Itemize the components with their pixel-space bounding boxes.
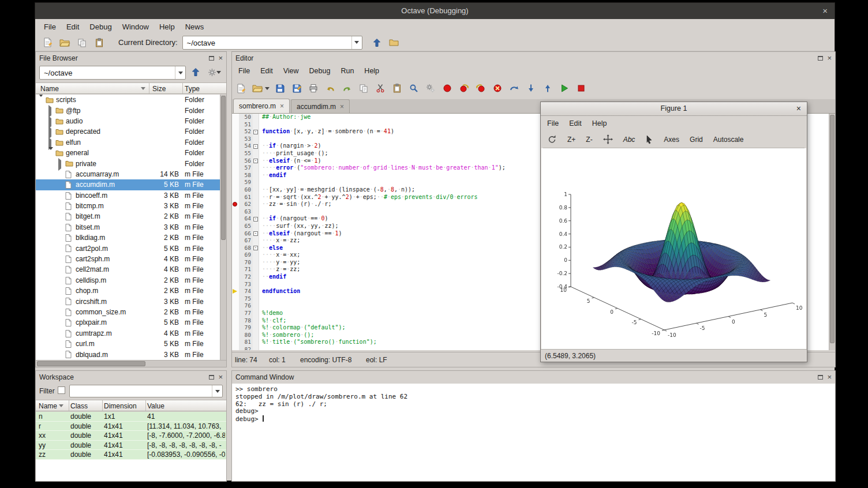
expander-closed-icon[interactable] bbox=[48, 140, 54, 145]
file-row[interactable]: blkdiag.m2 KBm File bbox=[36, 232, 221, 243]
menu-item-editor-edit[interactable]: Edit bbox=[255, 65, 278, 77]
gutter-marker-area[interactable] bbox=[232, 142, 239, 150]
close-icon[interactable]: × bbox=[827, 55, 832, 61]
file-row[interactable]: bincoeff.m3 KBm File bbox=[36, 190, 221, 201]
gutter-marker-area[interactable] bbox=[232, 172, 239, 179]
editor-vertical-scrollbar[interactable] bbox=[829, 114, 835, 350]
file-row[interactable]: accumarray.m14 KBm File bbox=[36, 169, 221, 179]
menu-item-editor-file[interactable]: File bbox=[233, 65, 255, 77]
step-out-icon[interactable] bbox=[541, 82, 554, 95]
fold-margin[interactable] bbox=[253, 172, 259, 179]
file-row[interactable]: privateFolder bbox=[36, 158, 221, 168]
column-header-size[interactable]: Size bbox=[152, 85, 166, 93]
file-browser-path-combo[interactable]: ~/octave bbox=[39, 66, 186, 80]
file-row[interactable]: cumtrapz.m4 KBm File bbox=[36, 328, 221, 339]
gutter-marker-area[interactable] bbox=[232, 302, 239, 310]
gutter-marker-area[interactable] bbox=[232, 295, 239, 303]
gutter-marker-area[interactable] bbox=[232, 150, 239, 157]
undock-icon[interactable] bbox=[209, 375, 214, 380]
gutter-marker-area[interactable] bbox=[232, 164, 239, 172]
gutter-marker-area[interactable] bbox=[232, 281, 239, 288]
figure-titlebar[interactable]: Figure 1 × bbox=[541, 102, 807, 116]
menu-item-editor-debug[interactable]: Debug bbox=[304, 65, 336, 77]
file-row[interactable]: celldisp.m2 KBm File bbox=[36, 275, 221, 286]
file-row[interactable]: generalFolder bbox=[36, 148, 221, 158]
menu-item-figure-edit[interactable]: Edit bbox=[564, 118, 587, 129]
fold-collapse-icon[interactable]: - bbox=[253, 159, 258, 163]
fold-margin[interactable] bbox=[253, 288, 259, 295]
fold-margin[interactable] bbox=[253, 310, 259, 317]
workspace-row[interactable]: rdouble41x41[11.314, 11.034, 10.763, bbox=[36, 422, 226, 431]
gutter-marker-area[interactable] bbox=[232, 136, 239, 143]
undock-icon[interactable] bbox=[818, 56, 823, 61]
gutter-marker-area[interactable] bbox=[232, 266, 239, 273]
current-directory-dropdown-button[interactable] bbox=[351, 36, 362, 49]
fold-margin[interactable] bbox=[253, 346, 259, 350]
fold-collapse-icon[interactable]: - bbox=[253, 246, 258, 250]
redo-icon[interactable] bbox=[341, 82, 353, 95]
fold-margin[interactable] bbox=[253, 317, 259, 325]
workspace-row[interactable]: zzdouble41x41[-0.083953, -0.090556, -0 bbox=[36, 450, 226, 460]
close-icon[interactable]: × bbox=[827, 374, 832, 380]
zoom-out-button[interactable]: Z- bbox=[582, 134, 596, 145]
workspace-row[interactable]: xxdouble41x41[-8, -7.6000, -7.2000, -6.8 bbox=[36, 431, 226, 441]
file-row[interactable]: curl.m5 KBm File bbox=[36, 339, 221, 349]
fold-margin[interactable] bbox=[253, 273, 259, 281]
fold-margin[interactable] bbox=[253, 114, 259, 121]
sombrero-surface-plot[interactable] bbox=[541, 148, 806, 348]
undo-icon[interactable] bbox=[324, 82, 336, 95]
fold-margin[interactable] bbox=[253, 302, 259, 310]
folder-browse-icon[interactable] bbox=[388, 36, 401, 49]
menu-item-editor-help[interactable]: Help bbox=[359, 65, 384, 77]
fold-margin[interactable] bbox=[253, 237, 259, 245]
new-script-icon[interactable] bbox=[41, 36, 54, 49]
fold-margin[interactable] bbox=[253, 201, 259, 208]
filter-checkbox[interactable] bbox=[58, 386, 65, 394]
gutter-marker-area[interactable] bbox=[232, 114, 239, 121]
gutter-marker-area[interactable] bbox=[232, 121, 239, 129]
gutter-marker-area[interactable] bbox=[232, 259, 239, 266]
fold-margin[interactable]: - bbox=[253, 157, 259, 165]
open-icon[interactable] bbox=[58, 36, 71, 49]
settings-icon[interactable] bbox=[424, 82, 437, 95]
menu-item-editor-view[interactable]: View bbox=[278, 65, 304, 77]
filter-combo[interactable] bbox=[69, 385, 223, 397]
run-icon[interactable] bbox=[558, 82, 571, 95]
file-row[interactable]: chop.m2 KBm File bbox=[36, 286, 221, 296]
paste-icon[interactable] bbox=[93, 36, 106, 49]
file-row-selected[interactable]: accumdim.m5 KBm File bbox=[36, 179, 221, 190]
fold-margin[interactable]: - bbox=[253, 230, 259, 238]
file-row[interactable]: audioFolder bbox=[36, 116, 221, 126]
column-header-dimension[interactable]: Dimension bbox=[104, 402, 137, 410]
workspace-row[interactable]: ndouble1x141 bbox=[36, 412, 226, 422]
fold-margin[interactable] bbox=[253, 186, 259, 194]
figure-close-button[interactable]: × bbox=[796, 104, 801, 113]
paste-icon[interactable] bbox=[391, 82, 403, 95]
expander-closed-icon[interactable] bbox=[48, 118, 54, 124]
save-as-icon[interactable] bbox=[290, 82, 303, 95]
gutter-marker-area[interactable] bbox=[232, 186, 239, 194]
step-icon[interactable] bbox=[508, 82, 521, 95]
column-header-name[interactable]: Name bbox=[40, 85, 59, 93]
file-browser-column-header[interactable]: NameSizeType bbox=[36, 82, 226, 94]
insert-text-button[interactable]: Abc bbox=[619, 134, 639, 145]
workspace-row[interactable]: yydouble41x41[-8, -8, -8, -8, -8, -8, -8… bbox=[36, 441, 226, 451]
file-row[interactable]: bitget.m2 KBm File bbox=[36, 211, 221, 222]
fold-margin[interactable]: - bbox=[253, 142, 259, 150]
gutter-marker-area[interactable] bbox=[232, 339, 239, 346]
file-row[interactable]: cart2sph.m4 KBm File bbox=[36, 254, 221, 264]
expander-open-icon[interactable] bbox=[39, 97, 44, 103]
fold-margin[interactable] bbox=[253, 136, 259, 143]
undock-icon[interactable] bbox=[818, 375, 823, 380]
fold-collapse-icon[interactable]: - bbox=[253, 144, 258, 149]
fold-margin[interactable] bbox=[253, 223, 259, 230]
gutter-marker-area[interactable] bbox=[232, 223, 239, 230]
open-icon[interactable] bbox=[251, 82, 264, 95]
menu-item-main-edit[interactable]: Edit bbox=[61, 21, 84, 33]
undock-icon[interactable] bbox=[209, 56, 214, 61]
fold-margin[interactable]: - bbox=[253, 245, 259, 252]
fold-collapse-icon[interactable]: - bbox=[253, 130, 258, 134]
gutter-marker-area[interactable] bbox=[232, 201, 239, 208]
menu-item-main-window[interactable]: Window bbox=[117, 21, 154, 33]
menu-item-figure-file[interactable]: File bbox=[542, 118, 564, 129]
